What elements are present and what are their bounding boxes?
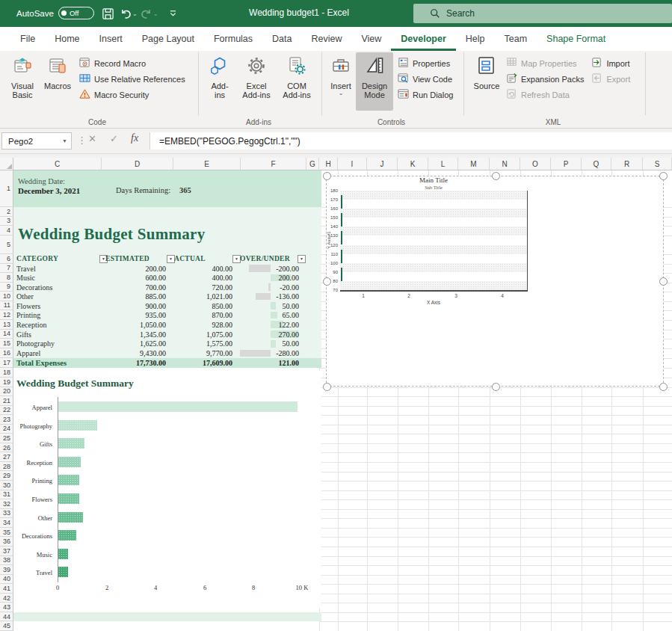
- tab-help[interactable]: Help: [456, 27, 495, 51]
- row-header-16[interactable]: 16: [0, 348, 13, 358]
- column-header-F[interactable]: F: [241, 158, 306, 170]
- excel-addins-button[interactable]: Excel Add-ins: [236, 52, 277, 111]
- worksheet[interactable]: CDEFGHIJKLMNOPQRS12345678910111213141516…: [0, 158, 672, 631]
- properties-button[interactable]: Properties: [398, 55, 453, 71]
- table-header-estimated[interactable]: ESTIMATED: [105, 255, 149, 262]
- cell-estimated[interactable]: 900.00: [106, 302, 166, 310]
- cell-actual[interactable]: 1,575.00: [173, 339, 232, 348]
- tab-view[interactable]: View: [351, 27, 391, 51]
- cell-estimated[interactable]: 1,050.00: [106, 321, 166, 329]
- total-actual[interactable]: 17,609.00: [173, 359, 232, 367]
- tab-data[interactable]: Data: [262, 27, 301, 51]
- row-header-10[interactable]: 10: [0, 292, 13, 301]
- cell-estimated[interactable]: 700.00: [106, 283, 166, 292]
- cell-category[interactable]: Flowers: [16, 302, 40, 310]
- use-relative-references-button[interactable]: Use Relative References: [79, 71, 185, 87]
- import-button[interactable]: Import: [591, 55, 630, 71]
- row-header-42[interactable]: 42: [0, 594, 13, 603]
- macro-security-button[interactable]: Macro Security: [79, 87, 185, 102]
- column-header-Q[interactable]: Q: [582, 158, 611, 170]
- design-mode-button[interactable]: Design Mode: [356, 52, 393, 111]
- cancel-icon[interactable]: ✕: [88, 133, 96, 144]
- autosave-toggle[interactable]: AutoSave Off: [16, 7, 94, 19]
- column-header-E[interactable]: E: [173, 158, 241, 170]
- cell-category[interactable]: Music: [16, 274, 35, 282]
- column-header-J[interactable]: J: [367, 158, 398, 170]
- tab-review[interactable]: Review: [301, 27, 351, 51]
- selection-handle[interactable]: [492, 172, 500, 180]
- cell-over-under[interactable]: 270.00: [239, 330, 299, 339]
- selection-handle[interactable]: [323, 277, 331, 286]
- column-header-N[interactable]: N: [490, 158, 520, 170]
- row-header-12[interactable]: 12: [0, 310, 13, 320]
- tab-shape-format[interactable]: Shape Format: [537, 27, 615, 51]
- row-header-20[interactable]: 20: [0, 387, 13, 397]
- cell-category[interactable]: Apparel: [16, 349, 40, 357]
- row-header-7[interactable]: 7: [0, 264, 13, 274]
- selection-handle[interactable]: [492, 383, 500, 391]
- total-estimated[interactable]: 17,730.00: [106, 359, 166, 367]
- save-icon[interactable]: [99, 5, 117, 22]
- select-all-corner[interactable]: [0, 158, 13, 170]
- selection-handle[interactable]: [659, 383, 668, 391]
- total-over-under[interactable]: 121.00: [239, 359, 299, 367]
- row-header-2[interactable]: 2: [0, 207, 13, 217]
- cell-over-under[interactable]: -280.00: [239, 349, 299, 357]
- source-button[interactable]: Source: [470, 52, 503, 111]
- record-macro-button[interactable]: Record Macro: [79, 55, 185, 71]
- row-header-17[interactable]: 17: [0, 358, 13, 368]
- column-header-D[interactable]: D: [102, 158, 173, 170]
- cell-actual[interactable]: 1,075.00: [173, 330, 232, 339]
- selection-handle[interactable]: [323, 172, 331, 180]
- column-header-P[interactable]: P: [551, 158, 582, 170]
- row-header-19[interactable]: 19: [0, 378, 13, 387]
- tab-home[interactable]: Home: [45, 27, 89, 51]
- selection-handle[interactable]: [659, 277, 668, 286]
- filter-button-over-under[interactable]: ▼: [298, 255, 306, 263]
- row-header-8[interactable]: 8: [0, 273, 13, 283]
- cell-actual[interactable]: 9,770.00: [173, 349, 232, 357]
- tab-file[interactable]: File: [10, 27, 45, 51]
- insert-control-button[interactable]: Insert ⌄: [326, 52, 356, 111]
- table-header-category[interactable]: CATEGORY: [16, 255, 58, 262]
- column-header-K[interactable]: K: [398, 158, 428, 170]
- row-header-1[interactable]: 1: [0, 170, 13, 207]
- selection-handle[interactable]: [659, 172, 668, 180]
- expansion-packs-button[interactable]: Expansion Packs: [506, 71, 584, 87]
- cell-estimated[interactable]: 200.00: [106, 265, 166, 273]
- cell-over-under[interactable]: 200.00: [239, 274, 299, 282]
- cell-actual[interactable]: 400.00: [173, 274, 232, 282]
- row-header-43[interactable]: 43: [0, 603, 13, 612]
- row-header-3[interactable]: 3: [0, 217, 13, 227]
- cell-over-under[interactable]: 50.00: [239, 302, 299, 310]
- cell-category[interactable]: Other: [16, 292, 34, 301]
- cell-over-under[interactable]: -136.00: [239, 292, 299, 301]
- column-header-G[interactable]: G: [306, 158, 319, 170]
- cell-estimated[interactable]: 1,345.00: [106, 330, 166, 339]
- tab-developer[interactable]: Developer: [391, 27, 455, 51]
- cell-estimated[interactable]: 600.00: [106, 274, 166, 282]
- cell-estimated[interactable]: 885.00: [106, 292, 166, 301]
- column-header-S[interactable]: S: [643, 158, 672, 170]
- column-header-O[interactable]: O: [520, 158, 551, 170]
- row-header-9[interactable]: 9: [0, 283, 13, 292]
- selection-handle[interactable]: [323, 383, 331, 391]
- row-header-5[interactable]: 5: [0, 236, 13, 254]
- row-header-18[interactable]: 18: [0, 368, 13, 378]
- cell-category[interactable]: Printing: [16, 311, 40, 319]
- tab-page-layout[interactable]: Page Layout: [132, 27, 204, 51]
- cell-over-under[interactable]: 50.00: [239, 339, 299, 348]
- cell-category[interactable]: Decorations: [16, 283, 52, 292]
- row-header-41[interactable]: 41: [0, 584, 13, 594]
- name-box-chevron-icon[interactable]: ▼: [62, 138, 67, 144]
- total-label[interactable]: Total Expenses: [16, 359, 67, 367]
- macros-button[interactable]: Macros: [40, 52, 75, 111]
- cell-actual[interactable]: 850.00: [173, 302, 232, 310]
- tab-insert[interactable]: Insert: [90, 27, 132, 51]
- insert-function-icon[interactable]: fx: [131, 132, 138, 144]
- table-header-over-under[interactable]: OVER/UNDER: [240, 255, 290, 262]
- search-box[interactable]: Search: [413, 4, 672, 23]
- customize-qat-icon[interactable]: [164, 5, 182, 22]
- row-header-6[interactable]: 6: [0, 254, 13, 264]
- cell-category[interactable]: Gifts: [16, 330, 31, 339]
